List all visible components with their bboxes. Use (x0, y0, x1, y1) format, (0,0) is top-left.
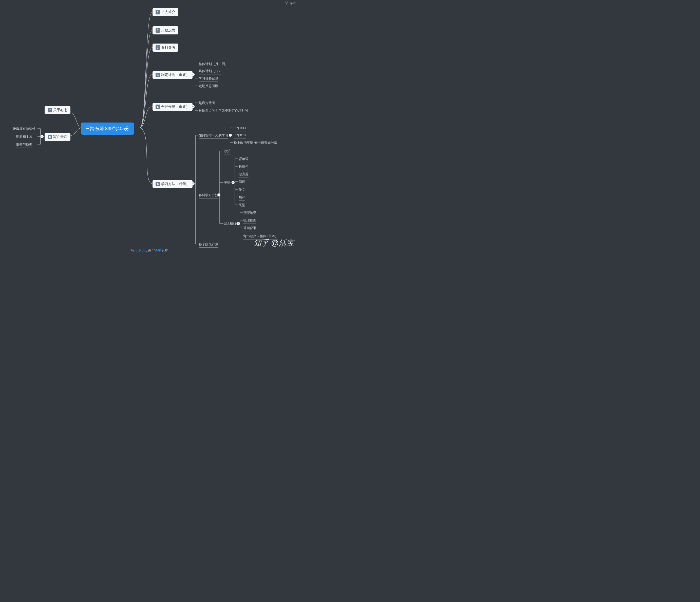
node-6-label: 学习方法（精华） (161, 182, 190, 186)
leaf-eng-5[interactable]: 翻译 (239, 195, 245, 201)
node-3-label: 资料参考 (161, 45, 175, 50)
leaf-pol[interactable]: 政治 (224, 149, 230, 154)
badge-8: 8 (48, 135, 52, 139)
collapse-knob[interactable]: − (237, 222, 240, 225)
leaf-8-0[interactable]: 矛盾具有特殊性 (12, 127, 36, 132)
badge-7: 7 (48, 108, 52, 112)
leaf-pro-0[interactable]: 整理笔记 (243, 211, 256, 216)
watermark: 知乎 @活宝 (254, 238, 294, 248)
footer-pub: 发布 (161, 248, 168, 252)
footer-credit: by 小余学姐 由 幕布 发布 (0, 248, 299, 253)
footer-author[interactable]: 小余学姐 (135, 248, 147, 252)
node-4-label: 制定计划（重要） (161, 73, 190, 77)
badge-5: 5 (155, 105, 160, 109)
footer-by: by (131, 248, 135, 252)
footer-app[interactable]: 幕布 (155, 248, 161, 252)
leaf-eng-6[interactable]: 完型 (239, 203, 245, 208)
badge-3: 3 (155, 45, 160, 50)
node-4[interactable]: 4 制定计划（重要） (152, 71, 193, 79)
leaf-eng-4[interactable]: 作文 (239, 187, 245, 193)
leaf-5-1[interactable]: 根据自己的学习效率制定作息时间 (199, 108, 248, 114)
node-8[interactable]: 8 写在最后 (45, 133, 70, 141)
node-7[interactable]: 7 关于心态 (45, 106, 70, 114)
leaf-eng-2[interactable]: 做真题 (239, 172, 249, 178)
node-5[interactable]: 5 合理作息（重要） (152, 103, 193, 111)
node-7-label: 关于心态 (53, 108, 67, 112)
leaf-8-1[interactable]: 现象和本质 (16, 134, 32, 140)
leaf-arrange-2[interactable]: 晚上政治英语 专业课查缺补漏 (233, 140, 277, 146)
leaf-4-2[interactable]: 学习任务记录 (199, 76, 218, 82)
collapse-knob[interactable]: − (192, 182, 195, 185)
badge-2: 2 (155, 28, 160, 33)
leaf-4-3[interactable]: 定期反思回顾 (199, 84, 218, 89)
node-1[interactable]: 1 个人简介 (152, 8, 178, 16)
leaf-eng-1[interactable]: 长难句 (239, 164, 249, 170)
brand-logo: 幕布 (285, 1, 296, 5)
collapse-knob[interactable]: − (229, 134, 232, 137)
node-english[interactable]: 英语 (224, 181, 230, 186)
collapse-knob[interactable]: − (231, 181, 234, 184)
collapse-knob[interactable]: − (217, 193, 220, 197)
node-2[interactable]: 2 失败反思 (152, 26, 178, 34)
node-arrange[interactable]: 如何安排一天的学习 (199, 133, 228, 139)
svg-point-3 (152, 250, 153, 250)
node-2-label: 失败反思 (161, 28, 175, 33)
leaf-5-0[interactable]: 起床走势图 (199, 101, 215, 106)
node-subjects[interactable]: 各科学习方法 (199, 193, 218, 199)
node-pro[interactable]: 333和819 (224, 221, 238, 227)
collapse-knob[interactable]: − (41, 135, 44, 138)
node-3[interactable]: 3 资料参考 (152, 44, 178, 52)
leaf-eng-3[interactable]: 阅读 (239, 180, 245, 185)
leaf-stage[interactable]: 各个阶段计划 (199, 242, 218, 247)
node-5-label: 合理作息（重要） (161, 105, 190, 109)
leaf-4-0[interactable]: 整体计划（月、周） (199, 62, 228, 67)
brand-text: 幕布 (290, 1, 296, 5)
svg-point-5 (153, 251, 154, 252)
node-1-label: 个人简介 (161, 10, 175, 15)
footer-icon (152, 248, 155, 252)
leaf-arrange-1[interactable]: 下午819 (233, 133, 246, 138)
leaf-4-1[interactable]: 具体计划（日） (199, 69, 222, 74)
root-label: 三跨东师 339到405分 (85, 126, 129, 131)
leaf-pro-1[interactable]: 梳理框架 (243, 218, 256, 224)
leaf-8-2[interactable]: 量变与质变 (16, 142, 32, 148)
badge-1: 1 (155, 10, 160, 15)
footer-mid: 由 (147, 248, 152, 252)
badge-6: 6 (155, 182, 160, 186)
collapse-knob[interactable]: − (192, 105, 195, 108)
root-node[interactable]: 三跨东师 339到405分 (81, 123, 134, 135)
collapse-knob[interactable]: − (192, 73, 195, 76)
leaf-eng-0[interactable]: 背单词 (239, 157, 249, 162)
badge-4: 4 (155, 73, 160, 77)
svg-point-4 (154, 250, 154, 250)
leaf-pro-2[interactable]: 巩固背诵 (243, 226, 256, 231)
node-8-label: 写在最后 (53, 135, 67, 139)
node-6[interactable]: 6 学习方法（精华） (152, 180, 193, 188)
brand-icon (285, 1, 289, 5)
leaf-arrange-0[interactable]: 上午333 (233, 126, 246, 131)
